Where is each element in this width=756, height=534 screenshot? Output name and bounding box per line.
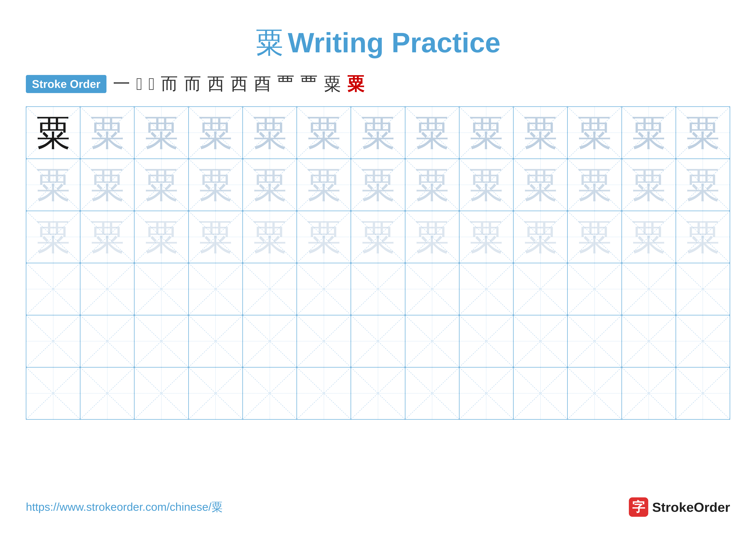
char-fade: 粟 [577,167,612,202]
grid-cell-r3-c3[interactable]: 粟 [134,211,189,263]
grid-cell-r3-c6[interactable]: 粟 [297,211,351,263]
grid-cell-r3-c12[interactable]: 粟 [622,211,676,263]
svg-line-129 [676,315,730,367]
grid-cell-r4-c11[interactable] [568,263,622,315]
grid-cell-r1-c9[interactable]: 粟 [459,107,514,159]
grid-cell-r5-c8[interactable] [405,315,459,367]
grid-cell-r2-c5[interactable]: 粟 [243,159,297,211]
grid-cell-r6-c10[interactable] [514,368,568,419]
grid-cell-r5-c12[interactable] [622,315,676,367]
grid-cell-r2-c10[interactable]: 粟 [514,159,568,211]
grid-cell-r1-c11[interactable]: 粟 [568,107,622,159]
svg-line-147 [459,368,513,419]
grid-cell-r4-c5[interactable] [243,263,297,315]
grid-cell-r6-c12[interactable] [622,368,676,419]
grid-cell-r1-c8[interactable]: 粟 [405,107,459,159]
grid-cell-r2-c11[interactable]: 粟 [568,159,622,211]
svg-line-98 [568,263,621,315]
grid-cell-r6-c7[interactable] [351,368,405,419]
svg-line-112 [243,315,297,367]
svg-line-141 [297,368,351,419]
char-fade: 粟 [90,115,124,150]
grid-cell-r5-c5[interactable] [243,315,297,367]
grid-cell-r2-c12[interactable]: 粟 [622,159,676,211]
grid-cell-r2-c7[interactable]: 粟 [351,159,405,211]
grid-cell-r1-c10[interactable]: 粟 [514,107,568,159]
grid-cell-r3-c1[interactable]: 粟 [26,211,80,263]
grid-cell-r6-c3[interactable] [134,368,189,419]
grid-cell-r6-c8[interactable] [405,368,459,419]
grid-cell-r2-c9[interactable]: 粟 [459,159,514,211]
grid-cell-r2-c4[interactable]: 粟 [189,159,243,211]
svg-line-137 [189,368,242,419]
grid-cell-r2-c1[interactable]: 粟 [26,159,80,211]
svg-line-87 [243,263,297,315]
grid-cell-r3-c8[interactable]: 粟 [405,211,459,263]
grid-cell-r1-c6[interactable]: 粟 [297,107,351,159]
grid-cell-r1-c2[interactable]: 粟 [80,107,134,159]
grid-cell-r6-c13[interactable] [676,368,730,419]
footer: https://www.strokeorder.com/chinese/粟 字 … [26,487,730,517]
grid-cell-r2-c3[interactable]: 粟 [134,159,189,211]
grid-cell-r1-c12[interactable]: 粟 [622,107,676,159]
svg-line-83 [134,263,188,315]
grid-cell-r6-c6[interactable] [297,368,351,419]
grid-cell-r6-c11[interactable] [568,368,622,419]
grid-cell-r4-c9[interactable] [459,263,514,315]
grid-cell-r4-c6[interactable] [297,263,351,315]
grid-cell-r4-c10[interactable] [514,263,568,315]
grid-cell-r2-c13[interactable]: 粟 [676,159,730,211]
grid-cell-r6-c1[interactable] [26,368,80,419]
char-fade: 粟 [632,167,666,202]
grid-cell-r3-c4[interactable]: 粟 [189,211,243,263]
grid-cell-r2-c6[interactable]: 粟 [297,159,351,211]
grid-cell-r5-c7[interactable] [351,315,405,367]
grid-cell-r1-c7[interactable]: 粟 [351,107,405,159]
grid-cell-r6-c5[interactable] [243,368,297,419]
grid-cell-r3-c11[interactable]: 粟 [568,211,622,263]
grid-cell-r2-c2[interactable]: 粟 [80,159,134,211]
grid-cell-r1-c13[interactable]: 粟 [676,107,730,159]
footer-url[interactable]: https://www.strokeorder.com/chinese/粟 [26,499,223,515]
grid-cell-r4-c13[interactable] [676,263,730,315]
grid-cell-r6-c2[interactable] [80,368,134,419]
grid-cell-r1-c1[interactable]: 粟 [26,107,80,159]
stroke-step-4: 而 [161,72,178,96]
grid-cell-r3-c2[interactable]: 粟 [80,211,134,263]
grid-cell-r3-c13[interactable]: 粟 [676,211,730,263]
grid-cell-r3-c10[interactable]: 粟 [514,211,568,263]
grid-cell-r4-c4[interactable] [189,263,243,315]
grid-cell-r1-c4[interactable]: 粟 [189,107,243,159]
svg-line-134 [134,368,188,419]
svg-line-111 [189,315,242,367]
svg-line-102 [676,263,730,315]
grid-cell-r4-c3[interactable] [134,263,189,315]
grid-cell-r5-c2[interactable] [80,315,134,367]
svg-line-139 [243,368,297,419]
page: 粟 Writing Practice Stroke Order 一 𠃌 𠃍 而 … [0,0,756,534]
grid-cell-r5-c3[interactable] [134,315,189,367]
grid-cell-r4-c7[interactable] [351,263,405,315]
grid-cell-r3-c5[interactable]: 粟 [243,211,297,263]
char-fade: 粟 [253,115,287,150]
grid-cell-r5-c6[interactable] [297,315,351,367]
grid-cell-r5-c1[interactable] [26,315,80,367]
grid-cell-r1-c5[interactable]: 粟 [243,107,297,159]
grid-cell-r5-c10[interactable] [514,315,568,367]
grid-cell-r4-c12[interactable] [622,263,676,315]
grid-cell-r2-c8[interactable]: 粟 [405,159,459,211]
grid-cell-r4-c8[interactable] [405,263,459,315]
grid-cell-r6-c4[interactable] [189,368,243,419]
grid-cell-r1-c3[interactable]: 粟 [134,107,189,159]
grid-cell-r3-c9[interactable]: 粟 [459,211,514,263]
grid-cell-r4-c2[interactable] [80,263,134,315]
grid-cell-r6-c9[interactable] [459,368,514,419]
char-fade: 粟 [469,167,503,202]
char-fade: 粟 [36,167,70,202]
grid-cell-r5-c4[interactable] [189,315,243,367]
grid-cell-r3-c7[interactable]: 粟 [351,211,405,263]
grid-cell-r5-c13[interactable] [676,315,730,367]
grid-cell-r5-c11[interactable] [568,315,622,367]
grid-cell-r5-c9[interactable] [459,315,514,367]
grid-cell-r4-c1[interactable] [26,263,80,315]
